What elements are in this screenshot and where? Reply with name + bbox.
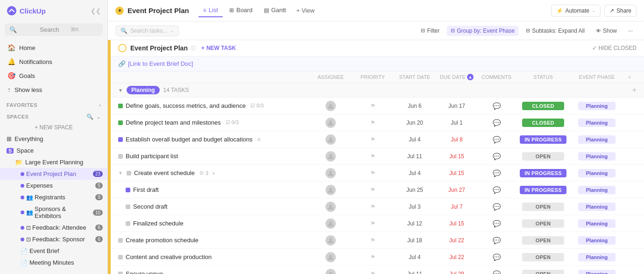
sidebar-item-feedback-attendee[interactable]: ⊡ Feedback: Attendee 6: [0, 222, 107, 233]
sidebar-item-large-event-planning[interactable]: 📁 Large Event Planning ··· +: [0, 156, 107, 168]
phase-badge[interactable]: Planning: [578, 219, 616, 228]
tab-list[interactable]: ≡ List: [198, 4, 223, 17]
phase-badge[interactable]: Planning: [578, 152, 616, 161]
spaces-expand-icon[interactable]: ⌄: [96, 113, 101, 120]
col-header-event-phase[interactable]: EVENT PHASE: [571, 73, 623, 81]
sidebar-item-everything[interactable]: ⊞ Everything: [0, 133, 107, 145]
phase-badge[interactable]: Planning: [578, 135, 616, 144]
sidebar-item-home[interactable]: 🏠 Home: [0, 41, 107, 55]
col-header-start-date[interactable]: START DATE: [394, 73, 436, 81]
task-name[interactable]: Second draft: [133, 203, 168, 210]
priority-cell[interactable]: ⚑: [352, 204, 394, 210]
sidebar-search[interactable]: 🔍 Search ⌘K: [5, 23, 103, 36]
add-view-button[interactable]: + View: [292, 5, 318, 16]
sidebar-item-registrants[interactable]: 👥 Registrants 9: [0, 191, 107, 203]
status-badge[interactable]: OPEN: [522, 253, 564, 261]
assignee-avatar[interactable]: [326, 202, 336, 212]
priority-cell[interactable]: ⚑: [352, 136, 394, 143]
task-name[interactable]: Finalized schedule: [133, 220, 184, 227]
assignee-avatar[interactable]: [326, 235, 336, 246]
new-space-button[interactable]: + NEW SPACE: [0, 122, 107, 133]
task-name[interactable]: Create promotion schedule: [126, 237, 198, 244]
add-column-button[interactable]: +: [623, 73, 637, 81]
more-options-button[interactable]: ···: [624, 26, 637, 36]
col-header-assignee[interactable]: ASSIGNEE: [310, 73, 352, 81]
comments-cell[interactable]: 💬: [478, 237, 515, 244]
assignee-avatar[interactable]: [326, 269, 336, 274]
group-by-button[interactable]: ⊟ Group by: Event Phase: [447, 26, 518, 36]
sidebar-collapse-icon[interactable]: ❮❮: [91, 7, 101, 14]
group-chevron-icon[interactable]: ▼: [118, 88, 123, 93]
col-header-due-date[interactable]: DUE DATE ▲: [436, 73, 478, 81]
sidebar-item-meeting-minutes[interactable]: 📄 Meeting Minutes: [0, 257, 107, 268]
phase-badge[interactable]: Planning: [578, 253, 616, 261]
assignee-avatar[interactable]: [326, 151, 336, 162]
status-badge[interactable]: OPEN: [522, 236, 564, 245]
comments-cell[interactable]: 💬: [478, 102, 515, 110]
sidebar-item-sponsors[interactable]: 👥 Sponsors & Exhibitors 10: [0, 203, 107, 222]
phase-badge[interactable]: Planning: [578, 119, 616, 127]
task-name[interactable]: Define goals, success metrics, and audie…: [126, 102, 246, 109]
priority-cell[interactable]: ⚑: [352, 220, 394, 227]
status-badge[interactable]: OPEN: [522, 152, 564, 161]
comments-cell[interactable]: 💬: [478, 153, 515, 160]
assignee-avatar[interactable]: [326, 168, 336, 178]
add-icon[interactable]: +: [100, 160, 103, 165]
spaces-search-icon[interactable]: 🔍: [86, 113, 93, 120]
status-badge[interactable]: CLOSED: [522, 102, 564, 110]
priority-cell[interactable]: ⚑: [352, 254, 394, 260]
status-badge[interactable]: OPEN: [522, 203, 564, 211]
comments-cell[interactable]: 💬: [478, 136, 515, 143]
sidebar-item-notifications[interactable]: 🔔 Notifications: [0, 55, 107, 69]
group-add-button[interactable]: +: [632, 86, 637, 94]
priority-cell[interactable]: ⚑: [352, 119, 394, 126]
more-icon[interactable]: ···: [94, 160, 98, 165]
search-tasks-input[interactable]: 🔍 Search tasks... ⌄: [115, 25, 179, 36]
task-name[interactable]: Content and creative production: [126, 253, 212, 260]
status-badge[interactable]: OPEN: [522, 219, 564, 228]
task-name[interactable]: Secure venue: [126, 270, 163, 274]
priority-cell[interactable]: ⚑: [352, 103, 394, 109]
subtask-add-button[interactable]: +: [212, 170, 215, 176]
show-button[interactable]: 👁 Show: [592, 26, 621, 36]
sidebar-item-event-brief[interactable]: 📄 Event Brief: [0, 245, 107, 257]
task-name[interactable]: Establish overall budget and budget allo…: [126, 136, 253, 143]
assignee-avatar[interactable]: [326, 185, 336, 195]
comments-cell[interactable]: 💬: [478, 220, 515, 227]
task-name[interactable]: Build participant list: [126, 153, 178, 160]
assignee-avatar[interactable]: [326, 134, 336, 145]
comments-cell[interactable]: 💬: [478, 253, 515, 261]
comments-cell[interactable]: 💬: [478, 169, 515, 177]
phase-badge[interactable]: Planning: [578, 270, 616, 274]
sidebar-item-event-project-plan[interactable]: Event Project Plan 23: [0, 168, 107, 180]
sidebar-item-space[interactable]: S Space: [0, 145, 107, 156]
status-badge[interactable]: IN PROGRESS: [520, 169, 566, 177]
new-task-button[interactable]: + NEW TASK: [201, 45, 236, 51]
sidebar-item-show-less[interactable]: ↑ Show less: [0, 83, 107, 97]
comments-cell[interactable]: 💬: [478, 119, 515, 126]
expand-icon[interactable]: ▼: [118, 170, 123, 176]
priority-cell[interactable]: ⚑: [352, 271, 394, 274]
phase-badge[interactable]: Planning: [578, 186, 616, 194]
priority-cell[interactable]: ⚑: [352, 237, 394, 244]
assignee-avatar[interactable]: [326, 101, 336, 111]
phase-badge[interactable]: Planning: [578, 203, 616, 211]
phase-badge[interactable]: Planning: [578, 236, 616, 245]
phase-badge[interactable]: Planning: [578, 169, 616, 177]
task-name[interactable]: First draft: [133, 186, 159, 193]
status-badge[interactable]: OPEN: [522, 270, 564, 274]
sidebar-item-expenses[interactable]: Expenses 5: [0, 180, 107, 191]
automate-button[interactable]: ⚡ Automate ⌄: [551, 5, 601, 17]
favorites-chevron[interactable]: ›: [99, 103, 101, 108]
filter-button[interactable]: ⊟ Filter: [417, 26, 443, 36]
assignee-avatar[interactable]: [326, 252, 336, 262]
col-header-priority[interactable]: PRIORITY: [352, 73, 394, 81]
share-button[interactable]: ↗ Share: [604, 5, 637, 17]
priority-cell[interactable]: ⚑: [352, 187, 394, 193]
sidebar-item-goals[interactable]: 🎯 Goals: [0, 69, 107, 83]
col-header-status[interactable]: STATUS: [515, 73, 571, 81]
phase-badge[interactable]: Planning: [578, 102, 616, 110]
sidebar-item-feedback-sponsor[interactable]: ⊡ Feedback: Sponsor 6: [0, 233, 107, 245]
comments-cell[interactable]: 💬: [478, 203, 515, 211]
event-brief-link[interactable]: 🔗 [Link to Event Brief Doc]: [118, 60, 637, 67]
